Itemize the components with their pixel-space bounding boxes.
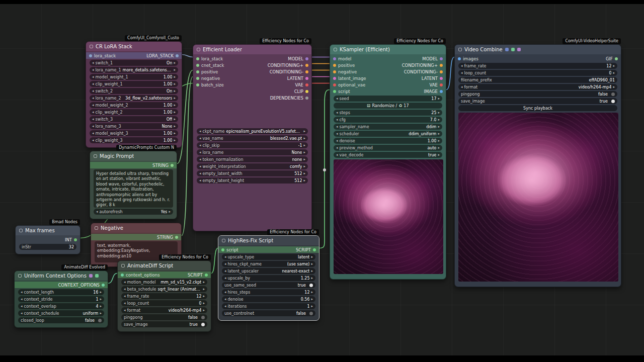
- decrement-icon[interactable]: ◂: [92, 124, 94, 128]
- increment-icon[interactable]: ▸: [174, 82, 176, 86]
- decrement-icon[interactable]: ◂: [461, 71, 463, 75]
- decrement-icon[interactable]: ◂: [92, 117, 94, 121]
- collapse-toggle-icon[interactable]: [18, 274, 22, 278]
- widget-cfg[interactable]: ◂cfg7.0▸: [334, 117, 442, 123]
- widget-vae_decode[interactable]: ◂vae_decodetrue▸: [334, 152, 442, 158]
- increment-icon[interactable]: ▸: [303, 157, 305, 161]
- input-slot-context-options[interactable]: context_options: [121, 273, 160, 278]
- decrement-icon[interactable]: ◂: [199, 178, 201, 183]
- widget-token_normalization[interactable]: ◂token_normalizationnone▸: [197, 156, 308, 162]
- widget-lora_name_2[interactable]: ◂lora_name_23d_flow_v2.safetensors▸: [90, 95, 178, 101]
- decrement-icon[interactable]: ◂: [96, 210, 98, 214]
- widget-closed_loop[interactable]: closed_loopfalse: [18, 317, 104, 323]
- output-slot-conditioning-minus[interactable]: CONDITIONING-: [270, 69, 308, 74]
- increment-icon[interactable]: ▸: [438, 97, 440, 101]
- node-highres-fix-script[interactable]: Efficiency Nodes for Co HighRes-Fix Scri…: [218, 235, 319, 321]
- widget-context_schedule[interactable]: ◂context_scheduleuniform▸: [18, 310, 104, 316]
- widget-empty_latent_width[interactable]: ◂empty_latent_width512▸: [197, 170, 308, 176]
- decrement-icon[interactable]: ◂: [224, 255, 226, 259]
- decrement-icon[interactable]: ◂: [124, 301, 126, 305]
- output-slot-clip[interactable]: CLIP: [294, 89, 308, 94]
- input-slot-model[interactable]: model: [333, 56, 351, 61]
- decrement-icon[interactable]: ◂: [224, 290, 226, 294]
- collapse-toggle-icon[interactable]: [94, 154, 97, 158]
- input-slot-negative[interactable]: negative: [333, 69, 357, 74]
- widget-frame_rate[interactable]: ◂frame_rate12▸: [458, 63, 617, 69]
- collapse-toggle-icon[interactable]: [95, 226, 98, 230]
- node-magic-prompt[interactable]: DynamicPrompts Custom N Magic Prompt STR…: [90, 151, 177, 219]
- increment-icon[interactable]: ▸: [438, 111, 440, 115]
- increment-icon[interactable]: ▸: [303, 136, 305, 140]
- widget-weight_interpretation[interactable]: ◂weight_interpretationcomfy▸: [197, 163, 308, 169]
- input-slot-cnet-stack[interactable]: cnet_stack: [196, 63, 224, 68]
- decrement-icon[interactable]: ◂: [199, 157, 201, 161]
- widget-model_weight_1[interactable]: ◂model_weight_11.00▸: [90, 74, 178, 80]
- output-slot-model[interactable]: MODEL: [422, 56, 443, 61]
- output-slot-context-options[interactable]: CONTEXT_OPTIONS: [58, 283, 105, 288]
- increment-icon[interactable]: ▸: [174, 124, 176, 128]
- decrement-icon[interactable]: ◂: [92, 61, 94, 65]
- widget-preview_method[interactable]: ◂preview_methodauto▸: [334, 145, 442, 151]
- widget-clip_weight_3[interactable]: ◂clip_weight_31.00▸: [90, 137, 178, 143]
- increment-icon[interactable]: ▸: [174, 131, 176, 135]
- node-header[interactable]: Magic Prompt: [90, 151, 177, 161]
- widget-lora_name_3[interactable]: ◂lora_name_3None▸: [90, 123, 178, 129]
- widget-hires_ckpt_name[interactable]: ◂hires_ckpt_name(use same)▸: [222, 261, 315, 267]
- decrement-icon[interactable]: ◂: [92, 82, 94, 86]
- increment-icon[interactable]: ▸: [100, 297, 102, 301]
- increment-icon[interactable]: ▸: [203, 294, 205, 298]
- decrement-icon[interactable]: ◂: [92, 96, 94, 100]
- output-slot-script[interactable]: SCRIPT: [188, 273, 208, 278]
- widget-scheduler[interactable]: ◂schedulerddim_uniform▸: [334, 131, 442, 137]
- widget-pingpong[interactable]: pingpongfalse: [458, 91, 617, 97]
- increment-icon[interactable]: ▸: [100, 290, 102, 294]
- increment-icon[interactable]: ▸: [311, 269, 313, 273]
- widget-lora_name_1[interactable]: ◂lora_name_1more_details.safetensors▸: [90, 67, 178, 73]
- decrement-icon[interactable]: ◂: [461, 64, 463, 68]
- node-animatediff-script[interactable]: Efficiency Nodes for Co AnimateDiff Scri…: [117, 260, 211, 332]
- widget-latent_upscaler[interactable]: ◂latent_upscalernearest-exact▸: [222, 268, 315, 274]
- output-slot-conditioning-plus[interactable]: CONDITIONING+: [268, 63, 308, 68]
- decrement-icon[interactable]: ◂: [92, 68, 94, 72]
- decrement-icon[interactable]: ◂: [21, 311, 23, 315]
- increment-icon[interactable]: ▸: [169, 210, 171, 214]
- node-header[interactable]: CR LoRA Stack: [86, 42, 182, 51]
- widget-format[interactable]: ◂formatvideo/h264-mp4▸: [458, 84, 617, 90]
- decrement-icon[interactable]: ◂: [336, 118, 338, 122]
- node-uniform-context-options[interactable]: AnimateDiff Evolved Uniform Context Opti…: [14, 270, 108, 328]
- increment-icon[interactable]: ▸: [203, 301, 205, 305]
- collapse-toggle-icon[interactable]: [90, 45, 93, 48]
- decrement-icon[interactable]: ◂: [124, 280, 126, 284]
- output-slot-string[interactable]: STRING: [157, 235, 178, 240]
- increment-icon[interactable]: ▸: [174, 68, 176, 72]
- input-slot-optional-vae[interactable]: optional_vae: [333, 82, 365, 87]
- increment-icon[interactable]: ▸: [311, 255, 313, 259]
- widget-clip_weight_2[interactable]: ◂clip_weight_21.00▸: [90, 109, 178, 115]
- output-slot-dependencies[interactable]: DEPENDENCIES: [270, 96, 308, 101]
- prompt-textarea[interactable]: Hyper detailed ultra sharp, trending on …: [94, 169, 173, 208]
- input-slot-lora-stack[interactable]: lora_stack: [196, 56, 223, 61]
- decrement-icon[interactable]: ◂: [199, 143, 201, 147]
- decrement-icon[interactable]: ◂: [199, 129, 201, 133]
- input-slot-negative[interactable]: negative: [196, 76, 220, 81]
- increment-icon[interactable]: ▸: [438, 146, 440, 150]
- collapse-toggle-icon[interactable]: [121, 264, 125, 267]
- widget-use_same_seed[interactable]: use_same_seedtrue: [222, 282, 315, 288]
- increment-icon[interactable]: ▸: [303, 143, 305, 147]
- decrement-icon[interactable]: ◂: [92, 75, 94, 79]
- increment-icon[interactable]: ▸: [303, 178, 305, 183]
- increment-icon[interactable]: ▸: [311, 262, 313, 266]
- widget-switch_1[interactable]: ◂switch_1On▸: [90, 60, 178, 66]
- collapse-toggle-icon[interactable]: [458, 48, 462, 51]
- widget-model_weight_3[interactable]: ◂model_weight_31.00▸: [90, 130, 178, 136]
- node-efficient-loader[interactable]: Efficiency Nodes for Co Efficient Loader…: [193, 44, 312, 231]
- increment-icon[interactable]: ▸: [311, 297, 313, 301]
- output-slot-string[interactable]: STRING: [152, 163, 174, 168]
- widget-motion_model[interactable]: ◂motion_modelmm_sd_v15_v2.ckpt▸: [121, 279, 207, 285]
- widget-frame_rate[interactable]: ◂frame_rate12▸: [121, 293, 207, 299]
- widget-clip_weight_1[interactable]: ◂clip_weight_11.00▸: [90, 81, 178, 87]
- output-slot-script[interactable]: SCRIPT: [296, 247, 316, 252]
- node-header[interactable]: HighRes-Fix Script: [218, 236, 319, 245]
- widget-switch_3[interactable]: ◂switch_3Off▸: [90, 116, 178, 122]
- decrement-icon[interactable]: ◂: [92, 138, 94, 142]
